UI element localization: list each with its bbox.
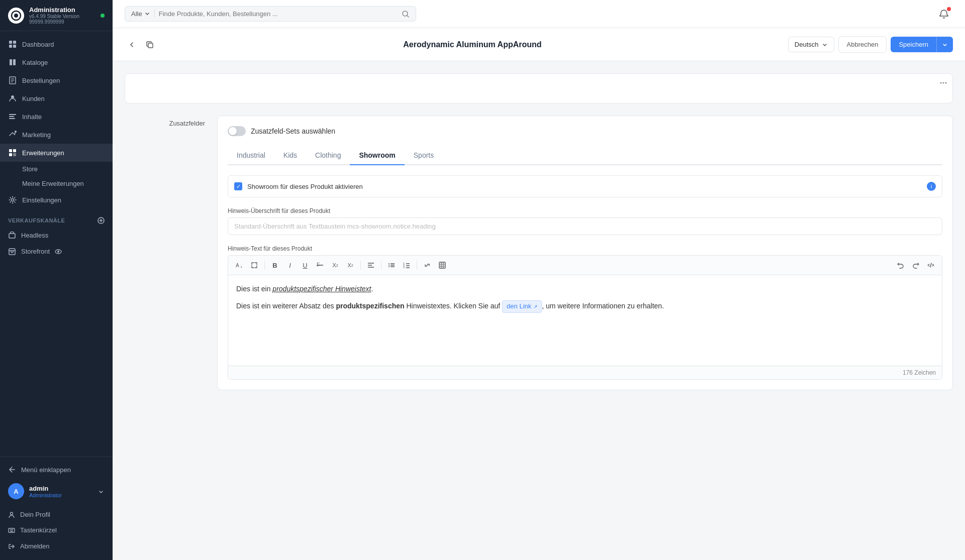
channel-item-storefront[interactable]: Storefront bbox=[0, 244, 113, 260]
sidebar-item-kataloge[interactable]: Kataloge bbox=[0, 53, 113, 71]
channel-item-headless[interactable]: Headless bbox=[0, 227, 113, 244]
footer-nav-abmelden[interactable]: Abmelden bbox=[0, 538, 113, 554]
save-dropdown-button[interactable] bbox=[936, 37, 953, 52]
rte-bold-btn[interactable]: B bbox=[268, 259, 282, 272]
footer-nav-tastenkuerzel[interactable]: Tastenkürzel bbox=[0, 522, 113, 538]
search-filter-select[interactable]: Alle bbox=[131, 10, 150, 18]
rte-redo-btn[interactable] bbox=[909, 259, 923, 272]
sidebar-item-label: Erweiterungen bbox=[22, 149, 64, 157]
rte-link[interactable]: den Link ↗ bbox=[502, 300, 542, 313]
keyboard-icon bbox=[8, 526, 15, 534]
extensions-icon bbox=[8, 148, 17, 157]
rte-content-area[interactable]: Dies ist ein produktspezifischer Hinweis… bbox=[228, 275, 942, 366]
sales-channels-label: Verkaufskanäle bbox=[0, 209, 113, 227]
tab-industrial[interactable]: Industrial bbox=[228, 146, 274, 165]
showroom-checkbox-row: ✓ Showroom für dieses Produkt aktivieren… bbox=[228, 175, 942, 197]
rte-undo-btn[interactable] bbox=[894, 259, 908, 272]
duplicate-button[interactable] bbox=[143, 38, 157, 52]
svg-point-41 bbox=[389, 265, 390, 266]
svg-point-27 bbox=[11, 512, 13, 515]
add-channel-icon[interactable] bbox=[98, 217, 105, 224]
save-button[interactable]: Speichern bbox=[891, 37, 936, 52]
content-body: Zusatzfelder Zusatzfeld-Sets auswählen bbox=[113, 61, 965, 414]
heading-input[interactable] bbox=[228, 217, 942, 235]
sidebar-sub-item-meine-erweiterungen[interactable]: Meine Erweiterungen bbox=[0, 176, 113, 191]
content: Aerodynamic Aluminum AppAround Deutsch A… bbox=[113, 28, 965, 560]
svg-rect-6 bbox=[10, 59, 12, 65]
toggle-label: Zusatzfeld-Sets auswählen bbox=[251, 127, 335, 135]
footer-nav-profil[interactable]: Dein Profil bbox=[0, 506, 113, 522]
rte-italic-btn[interactable]: I bbox=[283, 259, 297, 272]
language-select[interactable]: Deutsch bbox=[788, 37, 834, 52]
svg-point-26 bbox=[57, 251, 59, 253]
rte-ordered-list-btn[interactable]: 1.2.3. bbox=[400, 259, 414, 272]
svg-rect-52 bbox=[439, 262, 445, 268]
tab-sports[interactable]: Sports bbox=[405, 146, 443, 165]
sidebar-item-bestellungen[interactable]: Bestellungen bbox=[0, 71, 113, 89]
page-actions: Deutsch Abbrechen Speichern bbox=[788, 36, 953, 53]
page-nav bbox=[125, 38, 157, 52]
sidebar-sub-item-store[interactable]: Store bbox=[0, 162, 113, 176]
search-input[interactable] bbox=[159, 10, 398, 18]
svg-rect-19 bbox=[9, 153, 12, 156]
card-menu-button[interactable] bbox=[938, 78, 948, 88]
rte-table-btn[interactable] bbox=[435, 259, 449, 272]
svg-rect-20 bbox=[13, 153, 16, 156]
tab-kids[interactable]: Kids bbox=[274, 146, 306, 165]
form-field-zusatzfelder: Zusatzfeld-Sets auswählen Industrial Kid… bbox=[217, 116, 953, 390]
sidebar-item-label: Kataloge bbox=[22, 59, 48, 66]
rte-strikethrough-btn[interactable]: F bbox=[313, 259, 327, 272]
svg-point-21 bbox=[12, 199, 14, 201]
search-divider bbox=[154, 10, 155, 18]
rte-align-btn[interactable] bbox=[364, 259, 378, 272]
svg-text:A: A bbox=[236, 263, 239, 268]
svg-text:3.: 3. bbox=[403, 266, 405, 269]
sidebar-item-marketing[interactable]: Marketing bbox=[0, 126, 113, 144]
tab-showroom[interactable]: Showroom bbox=[350, 146, 404, 165]
svg-rect-2 bbox=[9, 41, 12, 44]
rte-underline-btn[interactable]: U bbox=[298, 259, 312, 272]
info-icon[interactable]: i bbox=[927, 182, 936, 191]
rte-subscript-btn[interactable]: X2 bbox=[343, 259, 357, 272]
sidebar-item-erweiterungen[interactable]: Erweiterungen bbox=[0, 144, 113, 162]
search-button[interactable] bbox=[402, 10, 410, 18]
cancel-button[interactable]: Abbrechen bbox=[838, 36, 887, 53]
collapse-menu-button[interactable]: Menü einklappen bbox=[0, 461, 113, 479]
notification-bell[interactable] bbox=[935, 5, 953, 23]
sidebar-item-dashboard[interactable]: Dashboard bbox=[0, 35, 113, 53]
sidebar-item-einstellungen[interactable]: Einstellungen bbox=[0, 191, 113, 209]
rte-font-btn[interactable]: A bbox=[232, 259, 246, 272]
rte-link-btn[interactable] bbox=[420, 259, 434, 272]
svg-rect-28 bbox=[9, 528, 15, 532]
sidebar-item-label: Einstellungen bbox=[22, 196, 61, 204]
search-bar: Alle bbox=[125, 6, 416, 22]
settings-icon bbox=[8, 195, 17, 204]
svg-point-16 bbox=[15, 131, 17, 133]
tab-clothing[interactable]: Clothing bbox=[306, 146, 350, 165]
svg-point-42 bbox=[389, 266, 390, 267]
logout-icon bbox=[8, 542, 15, 550]
showroom-checkbox[interactable]: ✓ bbox=[234, 182, 242, 190]
rte-divider-4 bbox=[417, 261, 417, 270]
svg-point-31 bbox=[940, 82, 942, 84]
footer-nav-label: Abmelden bbox=[20, 542, 50, 550]
svg-point-33 bbox=[945, 82, 947, 84]
rte-source-btn[interactable] bbox=[924, 259, 938, 272]
user-menu[interactable]: A admin Administrator bbox=[0, 478, 113, 504]
svg-rect-14 bbox=[9, 116, 14, 117]
rte-unordered-list-btn[interactable] bbox=[384, 259, 399, 272]
page-header: Aerodynamic Aluminum AppAround Deutsch A… bbox=[113, 28, 965, 61]
sidebar-item-kunden[interactable]: Kunden bbox=[0, 89, 113, 107]
zusatzfeld-toggle[interactable] bbox=[228, 126, 246, 136]
rte-divider-2 bbox=[360, 261, 361, 270]
sidebar-item-inhalte[interactable]: Inhalte bbox=[0, 107, 113, 126]
back-button[interactable] bbox=[125, 38, 139, 52]
rte-superscript-btn[interactable]: X2 bbox=[328, 259, 342, 272]
tab-bar: Industrial Kids Clothing Showroom Sports bbox=[228, 146, 942, 165]
footer-nav: Dein Profil Tastenkürzel Abmelden bbox=[0, 504, 113, 556]
rte-expand-btn[interactable] bbox=[247, 259, 261, 272]
svg-rect-7 bbox=[13, 59, 16, 65]
channel-label: Headless bbox=[21, 232, 48, 239]
svg-point-12 bbox=[11, 95, 14, 98]
eye-icon[interactable] bbox=[55, 248, 62, 256]
